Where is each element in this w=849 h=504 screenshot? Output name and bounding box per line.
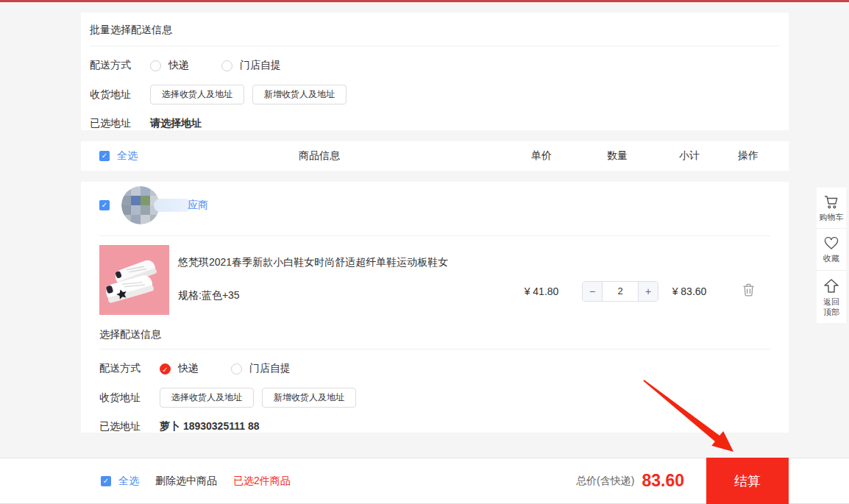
- checkout-button[interactable]: 结算: [706, 458, 789, 504]
- item-action-cell: [726, 283, 770, 299]
- product-info: 悠梵琪2021春季新款小白鞋女时尚舒适超纤单鞋运动板鞋女 规格:蓝色+35: [169, 245, 501, 302]
- item-selected-address-row: 已选地址 萝卜 18930325111 88: [99, 420, 770, 433]
- batch-panel-title: 批量选择配送信息: [90, 13, 780, 46]
- select-consignee-button[interactable]: 选择收货人及地址: [160, 388, 254, 408]
- select-all-checkbox[interactable]: [99, 151, 110, 161]
- item-address-row: 收货地址 选择收货人及地址 新增收货人及地址: [99, 388, 770, 408]
- delete-item-button[interactable]: [742, 283, 755, 297]
- select-consignee-button[interactable]: 选择收货人及地址: [150, 85, 244, 104]
- checkout-footer-bar: 全选 删除选中商品 已选2件商品 总价(含快递) 83.60 结算: [0, 458, 849, 504]
- total-price-value: 83.60: [642, 471, 684, 491]
- select-all-label[interactable]: 全选: [117, 149, 138, 163]
- selected-count-text: 已选2件商品: [233, 475, 291, 488]
- delete-selected-button[interactable]: 删除选中商品: [155, 475, 217, 488]
- batch-selected-address-row: 已选地址 请选择地址: [90, 117, 780, 130]
- divider: [90, 46, 780, 46]
- footer-select-all-checkbox[interactable]: [101, 476, 111, 486]
- radio-express[interactable]: [150, 60, 161, 71]
- page-top-accent-line: [0, 0, 849, 2]
- choose-delivery-title: 选择配送信息: [99, 328, 770, 341]
- column-header-subtotal: 小计: [653, 149, 726, 163]
- toolbar-favorites-label[interactable]: 收藏: [817, 253, 846, 263]
- add-consignee-button[interactable]: 新增收货人及地址: [262, 388, 356, 408]
- batch-delivery-method-row: 配送方式 快递 门店自提: [90, 59, 780, 72]
- delivery-method-label: 配送方式: [99, 362, 142, 375]
- toolbar-cart-item[interactable]: 购物车: [817, 188, 846, 228]
- supplier-name-blur-patch: [154, 199, 192, 212]
- delivery-method-label: 配送方式: [90, 59, 132, 72]
- footer-select-all-label[interactable]: 全选: [118, 475, 139, 488]
- qty-input[interactable]: [603, 282, 638, 301]
- batch-delivery-radio-group: 快递 门店自提: [150, 59, 313, 72]
- cart-icon: [823, 195, 839, 210]
- selected-address-label: 已选地址: [99, 420, 142, 433]
- total-price-label: 总价(含快递): [576, 475, 634, 488]
- supplier-name-link[interactable]: 应商: [188, 199, 208, 212]
- column-header-qty: 数量: [582, 149, 653, 163]
- heart-icon: [823, 236, 839, 251]
- radio-store-pickup-label[interactable]: 门店自提: [249, 362, 291, 375]
- column-header-action: 操作: [726, 149, 770, 163]
- selected-address-value: 请选择地址: [150, 117, 202, 130]
- cart-table-header: 全选 商品信息 单价 数量 小计 操作: [81, 141, 789, 171]
- address-label: 收货地址: [90, 88, 132, 102]
- radio-store-pickup[interactable]: [221, 60, 232, 71]
- floating-toolbar: 购物车 收藏 返回 顶部: [817, 188, 846, 323]
- batch-delivery-panel: 批量选择配送信息 配送方式 快递 门店自提 收货地址 选择收货人及地址 新增收货…: [81, 13, 789, 130]
- item-subtotal: ¥ 83.60: [653, 285, 726, 297]
- item-unit-price: ¥ 41.80: [501, 285, 582, 297]
- radio-express-label[interactable]: 快递: [168, 59, 189, 72]
- add-consignee-button[interactable]: 新增收货人及地址: [252, 85, 347, 104]
- footer-left-group: 全选 删除选中商品 已选2件商品: [101, 475, 291, 488]
- toolbar-back-to-top-item[interactable]: 返回 顶部: [817, 270, 846, 324]
- column-header-product: 商品信息: [138, 149, 501, 163]
- product-image[interactable]: [99, 245, 169, 315]
- address-label: 收货地址: [99, 391, 142, 405]
- toolbar-back-to-top-label[interactable]: 返回 顶部: [817, 297, 846, 318]
- toolbar-cart-label[interactable]: 购物车: [817, 212, 846, 222]
- radio-store-pickup[interactable]: [231, 363, 242, 375]
- radio-store-pickup-label[interactable]: 门店自提: [240, 59, 281, 72]
- trash-icon: [742, 283, 755, 297]
- product-title[interactable]: 悠梵琪2021春季新款小白鞋女时尚舒适超纤单鞋运动板鞋女: [178, 255, 501, 269]
- supplier-checkbox[interactable]: [99, 200, 110, 210]
- selected-address-label: 已选地址: [90, 117, 132, 130]
- quantity-stepper: − +: [582, 281, 658, 302]
- divider: [99, 349, 770, 349]
- back-to-top-icon: [823, 278, 839, 294]
- selected-address-value: 萝卜 18930325111 88: [160, 420, 259, 433]
- item-qty-cell: − +: [582, 281, 653, 302]
- cart-item-row: 悠梵琪2021春季新款小白鞋女时尚舒适超纤单鞋运动板鞋女 规格:蓝色+35 ¥ …: [99, 236, 770, 315]
- batch-address-row: 收货地址 选择收货人及地址 新增收货人及地址: [90, 85, 780, 104]
- item-delivery-radio-group: 快递 门店自提: [160, 362, 323, 375]
- sneakers-product-image: [99, 245, 169, 315]
- column-header-price: 单价: [501, 149, 582, 163]
- supplier-row: 应商: [99, 182, 770, 228]
- back-to-top-line2: 顶部: [817, 307, 846, 317]
- radio-express-label[interactable]: 快递: [178, 362, 199, 375]
- toolbar-favorites-item[interactable]: 收藏: [817, 228, 846, 269]
- cart-group-card: 应商 悠梵琪2021春: [81, 182, 789, 433]
- product-spec: 规格:蓝色+35: [178, 289, 501, 302]
- radio-express-checked[interactable]: [160, 363, 171, 375]
- back-to-top-line1: 返回: [817, 297, 846, 307]
- qty-decrease-button[interactable]: −: [583, 282, 603, 301]
- item-delivery-method-row: 配送方式 快递 门店自提: [99, 362, 770, 375]
